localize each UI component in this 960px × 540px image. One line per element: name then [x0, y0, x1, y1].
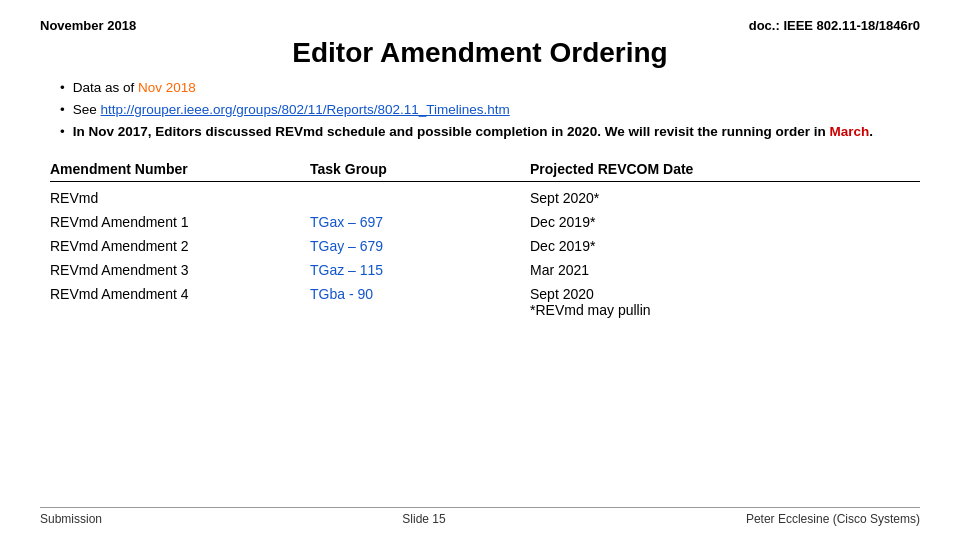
footer-right: Peter Ecclesine (Cisco Systems) [746, 512, 920, 526]
bullet-dot-1: • [60, 80, 65, 95]
footer-left: Submission [40, 512, 102, 526]
cell-taskgroup-2: TGax – 697 [310, 214, 530, 230]
march-highlight: March [829, 124, 869, 139]
cell-amendment-4: REVmd Amendment 3 [50, 262, 310, 278]
bullets-section: • Data as of Nov 2018 • See http://group… [60, 79, 920, 145]
bullet-text-2: See http://grouper.ieee.org/groups/802/1… [73, 101, 510, 120]
col-header-taskgroup: Task Group [310, 161, 530, 177]
table-row: REVmd Amendment 4 TGba - 90 Sept 2020 *R… [50, 282, 920, 322]
cell-amendment-3: REVmd Amendment 2 [50, 238, 310, 254]
timelines-link[interactable]: http://grouper.ieee.org/groups/802/11/Re… [101, 102, 510, 117]
cell-revcom-5: Sept 2020 *REVmd may pullin [530, 286, 920, 318]
cell-revcom-2: Dec 2019* [530, 214, 920, 230]
bullet-text-1: Data as of Nov 2018 [73, 79, 196, 98]
revcom-line2: *REVmd may pullin [530, 302, 920, 318]
cell-taskgroup-1 [310, 190, 530, 206]
bullet-item-2: • See http://grouper.ieee.org/groups/802… [60, 101, 920, 120]
bullet3-bold-text: In Nov 2017, Editors discussed REVmd sch… [73, 124, 873, 139]
bullet-item-1: • Data as of Nov 2018 [60, 79, 920, 98]
revcom-line1: Sept 2020 [530, 286, 920, 302]
table-header-row: Amendment Number Task Group Projected RE… [50, 161, 920, 182]
table-row: REVmd Amendment 1 TGax – 697 Dec 2019* [50, 210, 920, 234]
page-title: Editor Amendment Ordering [40, 37, 920, 69]
cell-taskgroup-4: TGaz – 115 [310, 262, 530, 278]
footer: Submission Slide 15 Peter Ecclesine (Cis… [40, 507, 920, 526]
table-section: Amendment Number Task Group Projected RE… [50, 161, 920, 507]
cell-taskgroup-5: TGba - 90 [310, 286, 530, 318]
header-right: doc.: IEEE 802.11-18/1846r0 [749, 18, 920, 33]
col-header-amendment: Amendment Number [50, 161, 310, 177]
header-row: November 2018 doc.: IEEE 802.11-18/1846r… [40, 18, 920, 33]
col-header-revcom: Projected REVCOM Date [530, 161, 920, 177]
cell-taskgroup-3: TGay – 679 [310, 238, 530, 254]
bullet-dot-3: • [60, 124, 65, 139]
bullet-text-3: In Nov 2017, Editors discussed REVmd sch… [73, 123, 873, 142]
nov-2018-highlight: Nov 2018 [138, 80, 196, 95]
cell-revcom-3: Dec 2019* [530, 238, 920, 254]
footer-center: Slide 15 [402, 512, 445, 526]
header-left: November 2018 [40, 18, 136, 33]
cell-revcom-1: Sept 2020* [530, 190, 920, 206]
bullet-item-3: • In Nov 2017, Editors discussed REVmd s… [60, 123, 920, 142]
table-row: REVmd Amendment 3 TGaz – 115 Mar 2021 [50, 258, 920, 282]
table-row: REVmd Amendment 2 TGay – 679 Dec 2019* [50, 234, 920, 258]
cell-revcom-4: Mar 2021 [530, 262, 920, 278]
cell-amendment-5: REVmd Amendment 4 [50, 286, 310, 318]
slide: November 2018 doc.: IEEE 802.11-18/1846r… [0, 0, 960, 540]
bullet-dot-2: • [60, 102, 65, 117]
table-row: REVmd Sept 2020* [50, 186, 920, 210]
cell-amendment-2: REVmd Amendment 1 [50, 214, 310, 230]
cell-amendment-1: REVmd [50, 190, 310, 206]
